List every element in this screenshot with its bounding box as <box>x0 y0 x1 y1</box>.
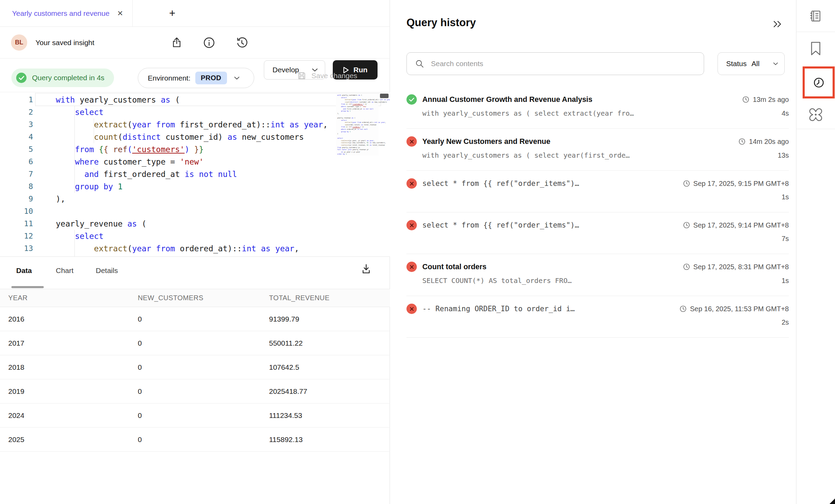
table-cell: 0 <box>138 435 269 444</box>
query-duration: 2s <box>782 318 789 326</box>
query-duration: 4s <box>782 109 789 117</box>
query-status-badge: Query completed in 4s <box>11 69 114 87</box>
table-cell: 2018 <box>8 363 138 371</box>
table-row[interactable]: 20180107642.5 <box>0 355 390 379</box>
chevron-down-icon <box>234 76 240 80</box>
query-timestamp: Sep 17, 2025, 9:15 PM GMT+8 <box>683 180 789 188</box>
line-numbers: 1234567891011121314151617181920212223242… <box>0 94 33 256</box>
table-row[interactable]: 201902025418.77 <box>0 379 390 403</box>
lineage-icon[interactable] <box>808 107 824 123</box>
query-snippet: with yearly_customers as ( select extrac… <box>422 109 782 117</box>
table-cell: 0 <box>138 363 269 371</box>
search-icon <box>415 59 424 68</box>
share-icon[interactable] <box>171 37 183 49</box>
query-history-item[interactable]: Yearly New Customers and Revenue 14m 20s… <box>406 129 789 171</box>
search-input[interactable] <box>431 60 698 68</box>
table-cell: 0 <box>138 387 269 396</box>
table-row[interactable]: 2016091399.79 <box>0 307 390 331</box>
tab-data[interactable]: Data <box>16 266 32 275</box>
query-snippet: with yearly_customers as ( select year(f… <box>422 151 778 159</box>
results-section: Data Chart Details YEARNEW_CUSTOMERSTOTA… <box>0 256 390 452</box>
rail-divider <box>796 129 835 129</box>
rail-divider <box>796 32 835 32</box>
avatar: BL <box>11 34 27 51</box>
table-cell: 2025418.77 <box>269 387 390 396</box>
editor-scrollbar[interactable] <box>380 94 389 98</box>
query-history-item[interactable]: Annual Customer Growth and Revenue Analy… <box>406 87 789 129</box>
info-icon[interactable] <box>203 36 215 49</box>
editor-panel: Yearly customers and revenue ✕ + BL Your… <box>0 0 390 504</box>
tab-details[interactable]: Details <box>96 266 118 275</box>
status-filter-dropdown[interactable]: Status All <box>718 52 785 75</box>
query-duration: 13s <box>778 151 789 159</box>
query-timestamp: Sep 17, 2025, 9:14 PM GMT+8 <box>683 221 789 229</box>
tab-label: Yearly customers and revenue <box>12 9 110 18</box>
query-history-item[interactable]: -- Renaming ORDER_ID to order_id i… Sep … <box>406 296 789 338</box>
tab-chart[interactable]: Chart <box>56 266 73 275</box>
clock-icon <box>811 75 826 90</box>
table-cell: 2019 <box>8 387 138 396</box>
code-content[interactable]: with yearly_customers as ( select extrac… <box>56 94 328 256</box>
environment-value-badge: PROD <box>195 72 227 84</box>
bookmark-icon[interactable] <box>810 41 821 56</box>
query-history-tool-active[interactable] <box>803 66 835 98</box>
tab-close-icon[interactable]: ✕ <box>117 9 123 18</box>
table-row[interactable]: 20170550011.22 <box>0 331 390 355</box>
save-icon <box>297 71 307 81</box>
notebook-icon[interactable] <box>808 9 823 23</box>
sql-editor[interactable]: 1234567891011121314151617181920212223242… <box>0 92 390 256</box>
results-table: YEARNEW_CUSTOMERSTOTAL_REVENUE 201609139… <box>0 289 390 452</box>
document-header: BL Your saved insight Develop Run <box>0 27 390 59</box>
active-tab-underline <box>11 286 44 288</box>
column-header: TOTAL_REVENUE <box>269 294 390 302</box>
query-duration: 7s <box>782 235 789 243</box>
table-cell: 91399.79 <box>269 315 390 323</box>
clock-icon <box>742 96 750 103</box>
table-body: 2016091399.7920170550011.2220180107642.5… <box>0 307 390 452</box>
status-row: Query completed in 4s Environment: PROD … <box>0 59 390 92</box>
editor-minimap[interactable]: with yearly_customers as ( select extrac… <box>336 94 379 156</box>
search-box[interactable] <box>406 52 704 75</box>
version-history-icon[interactable] <box>236 36 248 49</box>
tab-yearly-customers[interactable]: Yearly customers and revenue ✕ <box>0 0 133 27</box>
query-history-item[interactable]: select * from {{ ref("order_items")… Sep… <box>406 171 789 212</box>
table-header-row: YEARNEW_CUSTOMERSTOTAL_REVENUE <box>0 289 390 307</box>
save-changes-label: Save changes <box>311 72 357 80</box>
status-filter-label: Status <box>726 60 747 68</box>
query-title: Annual Customer Growth and Revenue Analy… <box>422 95 742 104</box>
save-changes-button[interactable]: Save changes <box>297 71 357 81</box>
status-badge <box>406 136 417 147</box>
table-row[interactable]: 20240111234.53 <box>0 403 390 428</box>
column-header: YEAR <box>8 294 138 302</box>
table-cell: 2025 <box>8 435 138 444</box>
environment-label: Environment: <box>148 74 190 82</box>
clock-icon <box>738 138 746 145</box>
query-history-panel: Query history Status All Annual Customer… <box>390 0 796 504</box>
panel-title: Query history <box>406 17 476 29</box>
chevron-down-icon <box>773 62 778 65</box>
query-title: Count total orders <box>422 263 683 271</box>
status-badge <box>406 304 417 314</box>
query-history-list: Annual Customer Growth and Revenue Analy… <box>406 87 789 338</box>
clock-icon <box>683 180 690 187</box>
collapse-panel-icon[interactable] <box>773 20 783 28</box>
page-title: Your saved insight <box>35 39 94 47</box>
download-icon[interactable] <box>360 263 372 275</box>
new-tab-button[interactable]: + <box>165 0 180 27</box>
query-duration: 1s <box>782 277 789 285</box>
query-history-item[interactable]: select * from {{ ref("order_items")… Sep… <box>406 212 789 254</box>
success-check-icon <box>16 73 27 83</box>
query-snippet: SELECT COUNT(*) AS total_orders FRO… <box>422 276 782 285</box>
table-cell: 0 <box>138 339 269 347</box>
check-icon <box>409 97 414 102</box>
clock-icon <box>683 221 690 229</box>
query-history-item[interactable]: Count total orders Sep 17, 2025, 8:31 PM… <box>406 254 789 296</box>
environment-selector[interactable]: Environment: PROD <box>138 68 254 88</box>
status-badge <box>406 94 417 105</box>
query-timestamp: Sep 16, 2025, 11:53 PM GMT+8 <box>679 305 789 313</box>
table-cell: 2017 <box>8 339 138 347</box>
error-x-icon <box>410 223 414 228</box>
table-row[interactable]: 20250115892.13 <box>0 428 390 452</box>
query-title: Yearly New Customers and Revenue <box>422 137 738 146</box>
table-cell: 550011.22 <box>269 339 390 347</box>
